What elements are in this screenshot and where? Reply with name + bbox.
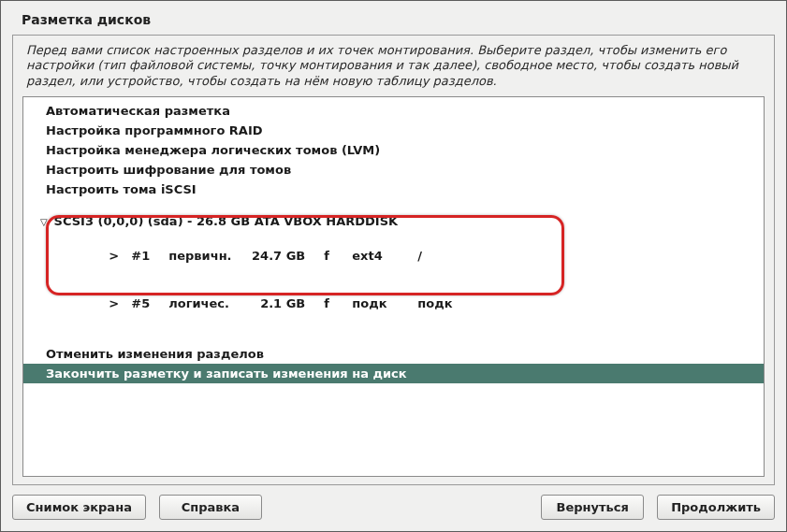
partition-row-1[interactable]: >#1первичн.24.7 GBfext4/ [40,232,743,280]
expand-icon: ▽ [40,217,50,227]
option-iscsi[interactable]: Настроить тома iSCSI [23,180,764,199]
back-button[interactable]: Вернуться [541,495,644,520]
blank-row [23,337,764,344]
option-crypto[interactable]: Настроить шифрование для томов [23,160,764,180]
action-finish[interactable]: Закончить разметку и записать изменения … [23,364,764,383]
action-undo[interactable]: Отменить изменения разделов [23,344,764,364]
main-frame: Перед вами список настроенных разделов и… [12,35,775,485]
button-bar: Снимок экрана Справка Вернуться Продолжи… [12,485,775,520]
disk-header[interactable]: ▽ SCSI3 (0,0,0) (sda) - 26.8 GB ATA VBOX… [40,212,743,232]
arrow-icon: > [109,249,131,263]
help-button[interactable]: Справка [159,495,262,520]
option-lvm[interactable]: Настройка менеджера логических томов (LV… [23,140,764,160]
intro-text: Перед вами список настроенных разделов и… [22,43,765,96]
page-title: Разметка дисков [12,10,775,35]
continue-button[interactable]: Продолжить [657,495,775,520]
screenshot-button[interactable]: Снимок экрана [12,495,146,520]
disk-header-text: SCSI3 (0,0,0) (sda) - 26.8 GB ATA VBOX H… [54,214,399,228]
partitioner-window: Разметка дисков Перед вами список настро… [0,0,787,532]
disk-block: ▽ SCSI3 (0,0,0) (sda) - 26.8 GB ATA VBOX… [33,208,754,331]
button-group-right: Вернуться Продолжить [541,495,775,520]
partition-listbox[interactable]: Автоматическая разметка Настройка програ… [22,96,765,477]
blank-row [23,199,764,207]
option-auto[interactable]: Автоматическая разметка [23,101,764,121]
partition-row-2[interactable]: >#5логичес.2.1 GBfподкподк [40,280,743,327]
button-group-left: Снимок экрана Справка [12,495,262,520]
option-raid[interactable]: Настройка программного RAID [23,121,764,140]
arrow-icon: > [109,296,131,310]
